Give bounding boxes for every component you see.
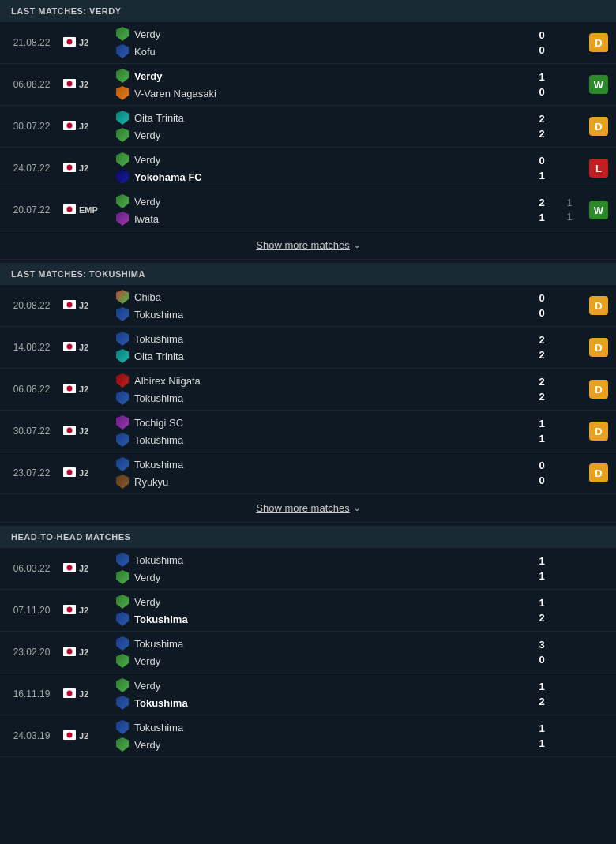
svg-marker-58 — [116, 720, 129, 734]
team-name: Chiba — [134, 291, 161, 303]
score: 0 — [526, 28, 558, 43]
team-name: Verdy — [134, 572, 160, 583]
flag-league: J2 — [63, 384, 111, 396]
teams-col: Tokushima Oita Trinita — [111, 327, 526, 368]
svg-point-41 — [67, 565, 73, 570]
league-label: J2 — [79, 163, 88, 173]
svg-marker-26 — [116, 332, 129, 346]
scores-col: 22 — [526, 332, 558, 362]
league-label: J2 — [79, 301, 88, 310]
score: 1 — [526, 568, 558, 583]
team-row: Verdy — [111, 67, 526, 84]
flag-icon — [63, 384, 76, 396]
svg-marker-7 — [116, 86, 129, 100]
team-shield-icon — [115, 612, 130, 626]
svg-point-17 — [67, 206, 73, 212]
flag-league: J2 — [63, 647, 111, 658]
flag-league: J2 — [63, 37, 111, 49]
flag-league: J2 — [63, 163, 111, 174]
flag-icon — [63, 563, 76, 575]
scores-col: 00 — [526, 291, 558, 321]
score: 2 — [526, 610, 558, 625]
svg-marker-31 — [116, 391, 129, 405]
show-more-container: Show more matches ⌄ — [0, 494, 616, 523]
team-name: Verdy — [134, 129, 160, 141]
team-name: Oita Trinita — [134, 112, 184, 124]
extra-scores-col: 11 — [558, 196, 581, 224]
team-shield-icon — [115, 290, 130, 304]
match-date: 24.07.22 — [0, 159, 63, 177]
flag-league: J2 — [63, 688, 111, 700]
team-row: Verdy — [111, 151, 526, 168]
match-row: 23.02.20 J2 Tokushima Verdy30 — [0, 632, 616, 673]
section-header-tokushima: LAST MATCHES: TOKUSHIMA — [0, 263, 616, 285]
svg-marker-14 — [116, 152, 129, 167]
svg-point-57 — [67, 732, 73, 737]
match-date: 24.03.19 — [0, 727, 63, 745]
score: 1 — [526, 69, 558, 84]
svg-marker-51 — [116, 654, 129, 668]
team-name: Iwata — [134, 213, 159, 225]
team-shield-icon — [115, 391, 130, 405]
flag-league: J2 — [63, 300, 111, 312]
score: 0 — [526, 291, 558, 306]
team-name: Tokushima — [134, 697, 188, 709]
svg-marker-50 — [116, 636, 129, 651]
teams-col: Oita Trinita Verdy — [111, 106, 526, 147]
team-shield-icon — [115, 654, 130, 668]
scores-col: 11 — [526, 416, 558, 446]
flag-icon — [63, 37, 76, 49]
score: 0 — [526, 153, 558, 168]
match-date: 20.07.22 — [0, 201, 63, 219]
team-name: Tokushima — [134, 309, 183, 321]
league-label: J2 — [79, 426, 88, 436]
match-date: 14.08.22 — [0, 339, 63, 356]
score: 3 — [526, 637, 558, 652]
chevron-down-icon: ⌄ — [354, 504, 360, 512]
svg-marker-6 — [116, 69, 129, 83]
team-shield-icon — [115, 696, 130, 710]
team-name: Oita Trinita — [134, 351, 184, 362]
scores-col: 22 — [526, 374, 558, 404]
team-name: Tokushima — [134, 638, 183, 650]
match-date: 06.08.22 — [0, 76, 63, 93]
score: 0 — [526, 652, 558, 667]
scores-col: 11 — [526, 721, 558, 751]
team-row: Yokohama FC — [111, 168, 526, 186]
team-shield-icon — [115, 636, 130, 651]
team-name: Verdy — [134, 196, 160, 208]
score: 2 — [526, 694, 558, 709]
team-name: Verdy — [134, 680, 160, 692]
show-more-button[interactable]: Show more matches ⌄ — [256, 502, 360, 514]
svg-marker-19 — [116, 212, 129, 226]
flag-league: J2 — [63, 121, 111, 133]
team-name: Tokushima — [134, 434, 183, 446]
match-row: 16.11.19 J2 Verdy Tokushima12 — [0, 673, 616, 715]
league-label: J2 — [79, 564, 88, 573]
match-row: 06.08.22 J2 Albirex Niigata Tokushima22D — [0, 369, 616, 411]
team-shield-icon — [115, 212, 130, 226]
league-label: J2 — [79, 689, 88, 699]
teams-col: Verdy Iwata — [111, 189, 526, 231]
svg-point-5 — [67, 81, 73, 86]
score: 1 — [526, 168, 558, 183]
svg-marker-39 — [116, 475, 129, 489]
teams-col: Verdy Tokushima — [111, 673, 526, 715]
league-label: EMP — [79, 205, 98, 215]
team-row: Tokushima — [111, 306, 526, 323]
svg-point-45 — [67, 606, 73, 612]
scores-col: 11 — [526, 553, 558, 583]
team-row: Tokushima — [111, 551, 526, 568]
team-row: Iwata — [111, 210, 526, 227]
team-name: Verdy — [134, 739, 160, 751]
svg-point-9 — [67, 122, 73, 128]
result-badge: D — [589, 33, 608, 52]
flag-icon — [63, 730, 76, 742]
score: 0 — [526, 84, 558, 99]
teams-col: Verdy V-Varen Nagasaki — [111, 64, 526, 105]
show-more-button[interactable]: Show more matches ⌄ — [256, 239, 360, 251]
match-row: 30.07.22 J2 Tochigi SC Tokushima11D — [0, 411, 616, 452]
score: 2 — [526, 332, 558, 347]
svg-marker-38 — [116, 457, 129, 471]
team-shield-icon — [115, 570, 130, 584]
